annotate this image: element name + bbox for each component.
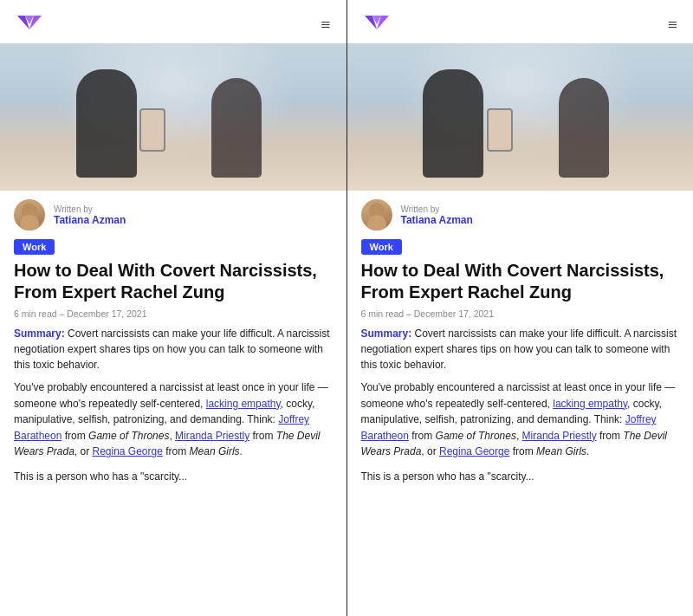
article-summary-right: Summary: Covert narcissists can make you… <box>347 326 694 379</box>
italic-meangirls-right: Mean Girls <box>536 445 586 457</box>
right-panel: ≡ Written by Tatiana Azman Work How to D… <box>347 0 694 616</box>
left-header: ≡ <box>0 0 346 43</box>
italic-got-right: Game of Thrones <box>436 430 516 442</box>
article-meta-right: 6 min read – December 17, 2021 <box>347 307 694 326</box>
hero-image-right <box>347 43 694 191</box>
body-text-7-left: from <box>163 445 190 457</box>
body-text-7-right: from <box>509 445 536 457</box>
link-lacking-empathy-right[interactable]: lacking empathy <box>553 398 627 410</box>
body-text-8-left: . <box>240 445 243 457</box>
article-body-right: You've probably encountered a narcissist… <box>347 379 694 465</box>
avatar-right <box>361 199 392 230</box>
right-header: ≡ <box>347 0 694 43</box>
screen-wrapper: ≡ Written by Tatiana Azman Work How to D… <box>0 0 693 616</box>
body-text-5-left: from <box>249 430 276 442</box>
link-regina-right[interactable]: Regina George <box>439 445 509 457</box>
body-text-6-left: , or <box>74 445 93 457</box>
link-miranda-right[interactable]: Miranda Priestly <box>522 430 597 442</box>
article-summary-left: Summary: Covert narcissists can make you… <box>0 326 346 379</box>
tag-badge-right[interactable]: Work <box>361 239 402 255</box>
author-info-right: Written by Tatiana Azman <box>401 204 473 226</box>
author-info-left: Written by Tatiana Azman <box>54 204 126 226</box>
link-regina-left[interactable]: Regina George <box>92 445 162 457</box>
body-text-3-left: from <box>62 430 88 442</box>
author-row-right: Written by Tatiana Azman <box>347 191 694 236</box>
logo-icon-right <box>361 12 392 36</box>
written-by-right: Written by <box>401 204 473 214</box>
article-title-right: How to Deal With Covert Narcissists, Fro… <box>347 260 694 307</box>
left-panel: ≡ Written by Tatiana Azman Work How to D… <box>0 0 346 616</box>
author-name-left[interactable]: Tatiana Azman <box>54 214 126 226</box>
body-text-5-right: from <box>597 430 624 442</box>
article-body-last-right: This is a person who has a "scarcity... <box>347 465 694 490</box>
written-by-left: Written by <box>54 204 126 214</box>
summary-label-right: Summary: <box>361 327 412 340</box>
body-text-8-right: . <box>586 445 589 457</box>
body-text-3-right: from <box>409 430 436 442</box>
hero-image-left <box>0 43 346 191</box>
body-text-6-right: , or <box>421 445 439 457</box>
article-body-last-left: This is a person who has a "scarcity... <box>0 465 346 490</box>
article-title-left: How to Deal With Covert Narcissists, Fro… <box>0 260 346 307</box>
link-miranda-left[interactable]: Miranda Priestly <box>175 430 249 442</box>
italic-got-left: Game of Thrones <box>88 430 169 442</box>
italic-meangirls-left: Mean Girls <box>190 445 240 457</box>
summary-label-left: Summary: <box>14 327 65 340</box>
avatar-left <box>14 199 45 230</box>
tag-badge-left[interactable]: Work <box>14 239 55 255</box>
link-lacking-empathy-left[interactable]: lacking empathy <box>206 398 281 410</box>
logo-icon-left <box>14 12 45 36</box>
body-text-4-right: , <box>516 430 522 442</box>
hamburger-menu-left[interactable]: ≡ <box>321 15 332 35</box>
author-name-right[interactable]: Tatiana Azman <box>401 214 473 226</box>
author-row-left: Written by Tatiana Azman <box>0 191 346 236</box>
article-body-left: You've probably encountered a narcissist… <box>0 379 346 465</box>
article-meta-left: 6 min read – December 17, 2021 <box>0 307 346 326</box>
hamburger-menu-right[interactable]: ≡ <box>668 15 679 35</box>
